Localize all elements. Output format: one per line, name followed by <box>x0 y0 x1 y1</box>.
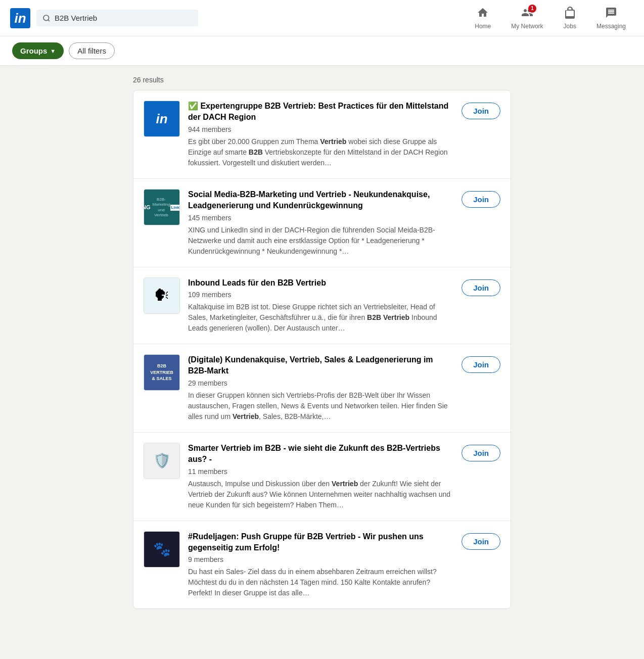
group-description: Du hast ein Sales- Ziel dass du in einem… <box>188 567 453 598</box>
network-badge: 1 <box>528 5 536 13</box>
groups-filter-button[interactable]: Groups ▼ <box>12 42 64 59</box>
group-title[interactable]: (Digitale) Kundenakquise, Vertrieb, Sale… <box>188 354 453 377</box>
nav-home[interactable]: Home <box>467 3 499 34</box>
svg-line-1 <box>48 20 50 21</box>
group-logo: in <box>144 101 180 137</box>
group-title[interactable]: Inbound Leads für den B2B Vertrieb <box>188 277 453 289</box>
group-title[interactable]: Social Media-B2B-Marketing und Vertrieb … <box>188 189 453 212</box>
group-content: #Rudeljagen: Push Gruppe für B2B Vertrie… <box>188 531 453 599</box>
results-count: 26 results <box>133 76 511 84</box>
group-description: In dieser Gruppen können sich Vertriebs-… <box>188 390 453 422</box>
rudel-logo-emoji: 🐾 <box>153 541 171 557</box>
group-members: 109 members <box>188 291 453 299</box>
search-icon <box>42 14 51 22</box>
list-item: B2BVERTRIEB& SALES (Digitale) Kundenakqu… <box>133 344 511 433</box>
svg-point-0 <box>43 15 49 21</box>
nav-home-label: Home <box>475 23 491 30</box>
logo-letter: in <box>14 12 26 25</box>
all-filters-button[interactable]: All filters <box>69 42 115 59</box>
nav-messaging[interactable]: Messaging <box>588 3 634 34</box>
group-members: 9 members <box>188 555 453 563</box>
group-logo-img: 🛡️ <box>144 443 179 479</box>
group-logo: B2BVERTRIEB& SALES <box>144 354 180 391</box>
header: in Home 1 My Network Jobs <box>0 0 644 36</box>
group-action: Join <box>462 443 500 461</box>
list-item: 🐾 #Rudeljagen: Push Gruppe für B2B Vertr… <box>133 521 511 609</box>
group-content: (Digitale) Kundenakquise, Vertrieb, Sale… <box>188 354 453 422</box>
groups-filter-label: Groups <box>20 46 47 55</box>
group-members: 145 members <box>188 214 453 222</box>
group-content: Social Media-B2B-Marketing und Vertrieb … <box>188 189 453 257</box>
list-item: 🛡️ Smarter Vertrieb im B2B - wie sieht d… <box>133 433 511 521</box>
join-button[interactable]: Join <box>462 191 500 208</box>
group-title[interactable]: ✅ Expertengruppe B2B Vertrieb: Best Prac… <box>188 101 453 123</box>
join-button[interactable]: Join <box>462 533 500 550</box>
group-logo-img: 🗣 <box>144 277 179 314</box>
group-logo: 🐾 <box>144 531 180 568</box>
my-network-icon: 1 <box>521 7 533 22</box>
group-logo-img: B2BVERTRIEB& SALES <box>144 354 179 391</box>
group-members: 29 members <box>188 379 453 387</box>
join-button[interactable]: Join <box>462 279 500 296</box>
group-title[interactable]: #Rudeljagen: Push Gruppe für B2B Vertrie… <box>188 531 453 554</box>
results-container: 26 results in ✅ Expertengruppe B2B Vertr… <box>125 66 519 619</box>
nav-my-network-label: My Network <box>511 23 543 30</box>
home-icon <box>477 7 489 22</box>
search-input[interactable] <box>55 14 192 22</box>
group-content: Inbound Leads für den B2B Vertrieb 109 m… <box>188 277 453 334</box>
group-action: Join <box>462 354 500 373</box>
list-item: XING B2B-Marketing und Vertrieb LinkedIn… <box>133 179 511 267</box>
group-logo-img: in <box>144 101 179 137</box>
join-button[interactable]: Join <box>462 356 500 373</box>
group-logo: 🗣 <box>144 277 180 314</box>
group-description: Austausch, Impulse und Diskussion über d… <box>188 479 453 510</box>
group-action: Join <box>462 189 500 208</box>
join-button[interactable]: Join <box>462 445 500 461</box>
group-members: 11 members <box>188 467 453 476</box>
group-action: Join <box>462 531 500 550</box>
group-description: Es gibt über 20.000 Gruppen zum Thema Ve… <box>188 136 453 168</box>
nav-my-network[interactable]: 1 My Network <box>503 3 551 34</box>
group-action: Join <box>462 277 500 296</box>
group-content: ✅ Expertengruppe B2B Vertrieb: Best Prac… <box>188 101 453 168</box>
group-logo: 🛡️ <box>144 443 180 479</box>
list-item: in ✅ Expertengruppe B2B Vertrieb: Best P… <box>133 90 511 179</box>
join-button[interactable]: Join <box>462 103 500 119</box>
filter-bar: Groups ▼ All filters <box>0 36 644 66</box>
main-nav: Home 1 My Network Jobs Messaging <box>467 3 634 34</box>
linkedin-logo[interactable]: in <box>10 8 30 28</box>
group-description: XING und LinkedIn sind in der DACH-Regio… <box>188 225 453 257</box>
nav-messaging-label: Messaging <box>596 23 626 30</box>
nav-jobs[interactable]: Jobs <box>556 3 584 34</box>
all-filters-label: All filters <box>77 46 106 55</box>
smarter-logo-emoji: 🛡️ <box>153 452 171 469</box>
nav-jobs-label: Jobs <box>564 23 576 30</box>
search-bar <box>36 10 198 26</box>
inbound-logo-emoji: 🗣 <box>154 286 170 305</box>
group-logo-img: 🐾 <box>144 531 179 568</box>
messaging-icon <box>605 7 617 22</box>
group-content: Smarter Vertrieb im B2B - wie sieht die … <box>188 443 453 510</box>
list-item: 🗣 Inbound Leads für den B2B Vertrieb 109… <box>133 267 511 344</box>
chevron-down-icon: ▼ <box>50 48 56 54</box>
group-logo: XING B2B-Marketing und Vertrieb LinkedIn <box>144 189 180 225</box>
group-members: 944 members <box>188 125 453 133</box>
jobs-icon <box>564 7 576 22</box>
group-logo-img: XING B2B-Marketing und Vertrieb LinkedIn <box>144 189 180 225</box>
results-list: in ✅ Expertengruppe B2B Vertrieb: Best P… <box>133 90 511 609</box>
group-description: Kaltakquise im B2B ist tot. Diese Gruppe… <box>188 302 453 334</box>
group-title[interactable]: Smarter Vertrieb im B2B - wie sieht die … <box>188 443 453 465</box>
group-action: Join <box>462 101 500 119</box>
